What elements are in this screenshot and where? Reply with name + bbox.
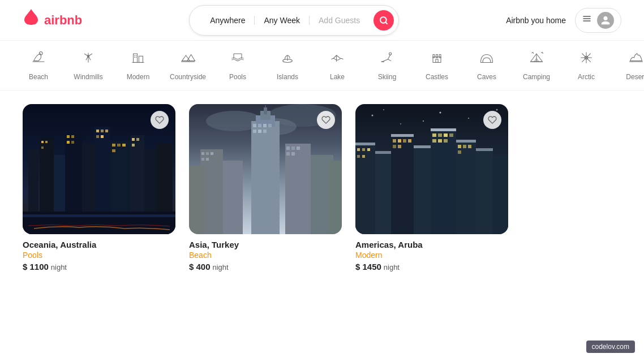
category-item-modern[interactable]: Modern xyxy=(122,50,154,81)
svg-rect-95 xyxy=(201,158,204,161)
svg-rect-57 xyxy=(45,141,48,143)
svg-rect-56 xyxy=(41,141,44,143)
caves-icon xyxy=(479,50,495,70)
date-search[interactable]: Any Week xyxy=(255,16,310,25)
category-label-desert: Desert xyxy=(626,73,644,81)
svg-rect-71 xyxy=(112,149,115,152)
svg-rect-88 xyxy=(285,144,311,234)
category-item-countryside[interactable]: Countryside xyxy=(172,50,204,81)
svg-rect-73 xyxy=(136,138,139,141)
svg-rect-141 xyxy=(438,139,442,143)
svg-rect-133 xyxy=(408,139,411,143)
category-item-islands[interactable]: Islands xyxy=(272,50,303,81)
svg-rect-129 xyxy=(362,155,365,158)
category-item-skiing[interactable]: Skiing xyxy=(371,50,403,81)
svg-rect-96 xyxy=(206,158,209,161)
price-unit: night xyxy=(384,263,400,272)
svg-rect-108 xyxy=(291,152,295,156)
svg-point-0 xyxy=(25,19,30,24)
guests-search[interactable]: Add Guests xyxy=(310,16,369,25)
search-button[interactable] xyxy=(373,10,394,31)
svg-rect-64 xyxy=(101,130,104,132)
svg-rect-123 xyxy=(456,140,476,143)
svg-rect-94 xyxy=(211,152,213,155)
castles-icon xyxy=(429,50,445,70)
svg-point-149 xyxy=(440,112,441,114)
svg-rect-122 xyxy=(431,128,456,131)
svg-rect-67 xyxy=(101,135,104,138)
category-label-caves: Caves xyxy=(477,73,496,81)
svg-point-1 xyxy=(32,19,37,24)
svg-rect-106 xyxy=(297,146,300,150)
wishlist-heart-button[interactable] xyxy=(317,111,335,129)
category-item-camping[interactable]: Camping xyxy=(521,50,552,81)
category-item-arctic[interactable]: Arctic xyxy=(570,50,602,81)
svg-line-3 xyxy=(385,22,387,24)
category-label-modern: Modern xyxy=(127,73,150,81)
svg-rect-104 xyxy=(286,146,290,150)
price-unit: night xyxy=(212,263,228,272)
svg-rect-105 xyxy=(291,146,295,150)
beach-icon xyxy=(31,50,46,70)
wishlist-heart-button[interactable] xyxy=(483,111,501,129)
svg-rect-92 xyxy=(201,152,204,155)
svg-rect-134 xyxy=(393,145,396,148)
svg-rect-31 xyxy=(433,54,435,58)
listing-card-1[interactable]: Oceania, AustraliaPools$ 1100 night xyxy=(23,104,175,272)
category-item-pools[interactable]: Pools xyxy=(222,50,254,81)
svg-rect-125 xyxy=(357,148,360,151)
location-search[interactable]: Anywhere xyxy=(201,16,255,25)
category-label-pools: Pools xyxy=(229,73,246,81)
category-item-caves[interactable]: Caves xyxy=(471,50,503,81)
svg-rect-98 xyxy=(258,124,261,127)
category-item-windmills[interactable]: Windmills xyxy=(72,50,104,81)
svg-rect-65 xyxy=(105,130,108,132)
header-right: Airbnb you home xyxy=(506,8,621,33)
logo[interactable]: airbnb xyxy=(23,9,82,31)
svg-rect-66 xyxy=(96,135,99,138)
svg-rect-114 xyxy=(431,130,456,234)
category-label-beach: Beach xyxy=(29,73,48,81)
svg-rect-137 xyxy=(438,133,442,137)
category-label-countryside: Countryside xyxy=(170,73,206,81)
svg-point-152 xyxy=(423,120,424,122)
hamburger-icon xyxy=(582,14,591,26)
svg-rect-127 xyxy=(367,148,370,151)
svg-rect-68 xyxy=(112,144,115,146)
svg-rect-120 xyxy=(391,134,414,137)
svg-rect-107 xyxy=(286,152,290,156)
modern-icon xyxy=(130,50,146,70)
svg-rect-101 xyxy=(253,130,256,133)
svg-line-10 xyxy=(84,54,88,56)
category-item-castles[interactable]: Castles xyxy=(421,50,453,81)
listing-image-wrap xyxy=(355,104,508,234)
svg-rect-138 xyxy=(444,133,448,137)
header: airbnb Anywhere Any Week Add Guests Airb… xyxy=(0,0,644,41)
pools-icon xyxy=(230,50,246,70)
svg-rect-70 xyxy=(122,144,126,146)
airbnb-logo-icon xyxy=(23,9,40,31)
svg-rect-69 xyxy=(117,144,121,146)
category-item-lake[interactable]: Lake xyxy=(321,50,353,81)
svg-rect-90 xyxy=(189,166,203,234)
category-label-arctic: Arctic xyxy=(578,73,595,81)
svg-rect-112 xyxy=(391,135,414,234)
svg-rect-87 xyxy=(223,161,243,234)
listing-card-2[interactable]: Asia, TurkeyBeach$ 400 night xyxy=(189,104,342,272)
listing-card-3[interactable]: Americas, ArubaModern$ 1450 night xyxy=(355,104,508,272)
svg-rect-103 xyxy=(263,130,267,133)
svg-rect-128 xyxy=(357,155,360,158)
menu-avatar[interactable] xyxy=(575,8,621,33)
svg-rect-115 xyxy=(456,141,476,234)
svg-line-29 xyxy=(388,59,391,61)
airbnb-home-link[interactable]: Airbnb you home xyxy=(506,16,566,25)
wishlist-heart-button[interactable] xyxy=(151,111,169,129)
category-item-beach[interactable]: Beach xyxy=(23,50,54,81)
countryside-icon xyxy=(180,50,196,70)
svg-rect-102 xyxy=(258,130,261,133)
svg-rect-84 xyxy=(264,107,267,114)
svg-rect-58 xyxy=(41,146,44,149)
svg-line-13 xyxy=(88,56,91,60)
svg-rect-144 xyxy=(463,145,466,148)
category-item-desert[interactable]: Desert xyxy=(620,50,644,81)
